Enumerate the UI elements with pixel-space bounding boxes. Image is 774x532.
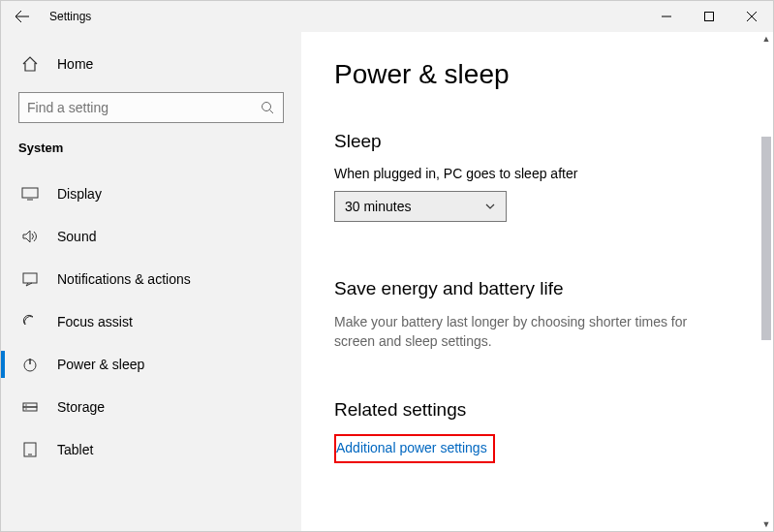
display-icon [20,184,40,203]
window-title: Settings [49,10,91,23]
svg-rect-0 [705,13,714,21]
svg-point-8 [25,408,26,409]
sleep-section-title: Sleep [334,131,773,152]
sidebar-item-power[interactable]: Power & sleep [1,343,301,386]
sleep-field-label: When plugged in, PC goes to sleep after [334,166,773,181]
svg-rect-6 [23,407,37,411]
content-area: Power & sleep Sleep When plugged in, PC … [301,32,773,531]
power-icon [20,355,40,374]
scroll-up-button[interactable]: ▲ [759,32,773,46]
sidebar-item-label: Tablet [57,442,93,457]
sidebar-item-focus[interactable]: Focus assist [1,300,301,343]
sidebar-item-label: Focus assist [57,314,133,329]
sidebar-item-display[interactable]: Display [1,172,301,215]
notifications-icon [20,269,40,289]
page-title: Power & sleep [334,59,773,90]
close-button[interactable] [730,1,773,32]
back-button[interactable] [1,1,44,32]
sleep-dropdown-value: 30 minutes [345,199,411,214]
storage-icon [20,397,40,417]
maximize-button[interactable] [688,1,730,32]
scroll-thumb[interactable] [761,137,771,340]
related-section-title: Related settings [334,399,773,421]
sound-icon [20,227,40,246]
sidebar-item-notifications[interactable]: Notifications & actions [1,258,301,300]
scroll-down-button[interactable]: ▼ [759,517,773,531]
sidebar: Home System Display Sound Notifications … [1,32,301,531]
home-icon [20,54,40,74]
energy-description: Make your battery last longer by choosin… [334,313,722,351]
home-button[interactable]: Home [1,46,301,82]
scroll-track[interactable] [759,46,773,517]
search-box[interactable] [18,92,284,123]
minimize-icon [662,12,671,21]
svg-rect-5 [23,403,37,407]
svg-point-7 [25,404,26,405]
minimize-button[interactable] [645,1,688,32]
sidebar-item-label: Notifications & actions [57,271,191,287]
sidebar-item-sound[interactable]: Sound [1,215,301,258]
chevron-down-icon [484,201,496,212]
search-input[interactable] [27,100,260,115]
additional-power-settings-link[interactable]: Additional power settings [336,440,487,455]
scrollbar[interactable]: ▲ ▼ [759,32,773,531]
sidebar-item-tablet[interactable]: Tablet [1,428,301,471]
sidebar-item-storage[interactable]: Storage [1,386,301,428]
home-label: Home [57,56,93,72]
sidebar-item-label: Display [57,186,102,202]
focus-icon [20,312,40,331]
sidebar-item-label: Storage [57,399,105,415]
sleep-dropdown[interactable]: 30 minutes [334,191,507,222]
close-icon [747,12,757,21]
energy-section-title: Save energy and battery life [334,278,773,299]
svg-rect-3 [23,273,37,283]
category-label: System [1,141,301,155]
search-icon [260,100,275,115]
svg-point-1 [263,103,271,111]
svg-rect-2 [22,188,38,198]
titlebar: Settings [1,1,773,32]
highlighted-link-box: Additional power settings [334,434,495,463]
back-arrow-icon [15,9,30,24]
tablet-icon [20,440,40,459]
maximize-icon [704,12,714,21]
sidebar-item-label: Sound [57,229,96,244]
sidebar-item-label: Power & sleep [57,357,144,372]
